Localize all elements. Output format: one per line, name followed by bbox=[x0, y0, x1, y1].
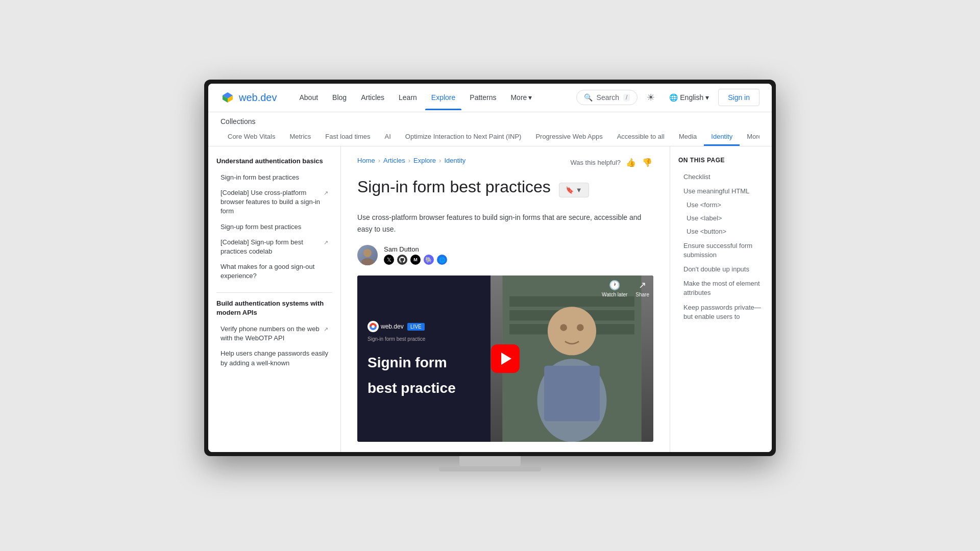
tab-accessible[interactable]: Accessible to all bbox=[610, 129, 672, 146]
theme-toggle[interactable]: ☀ bbox=[642, 88, 660, 107]
author-social-github[interactable] bbox=[397, 255, 407, 265]
author-social-x[interactable]: 𝕏 bbox=[384, 255, 394, 265]
breadcrumb-sep-3: › bbox=[439, 157, 441, 164]
author-social-medium[interactable]: M bbox=[410, 255, 421, 265]
toc-use-label[interactable]: Use <label> bbox=[678, 212, 764, 225]
toc-no-double-inputs[interactable]: Don't double up inputs bbox=[678, 262, 764, 277]
search-shortcut: / bbox=[623, 94, 630, 101]
nav-more[interactable]: More ▾ bbox=[504, 89, 538, 106]
breadcrumb-sep: › bbox=[378, 157, 380, 164]
language-selector[interactable]: 🌐 English ▾ bbox=[664, 90, 714, 105]
tab-inp[interactable]: Optimize Interaction to Next Paint (INP) bbox=[398, 129, 529, 146]
sidebar-divider bbox=[216, 292, 332, 293]
chevron-down-icon: ▾ bbox=[528, 93, 532, 102]
breadcrumb-home[interactable]: Home bbox=[357, 157, 375, 164]
sidebar-item-signup-form[interactable]: Sign-up form best practices bbox=[216, 219, 332, 235]
sidebar-section-auth-systems: Build authentication systems with modern… bbox=[216, 299, 332, 371]
main-content: Understand authentication basics Sign-in… bbox=[208, 146, 772, 453]
breadcrumb-articles[interactable]: Articles bbox=[383, 157, 405, 164]
tab-ai[interactable]: AI bbox=[378, 129, 398, 146]
bookmark-icon: 🔖 bbox=[566, 186, 574, 194]
tab-metrics[interactable]: Metrics bbox=[282, 129, 318, 146]
svg-rect-7 bbox=[509, 296, 634, 307]
svg-point-14 bbox=[577, 324, 584, 331]
video-title-line1: Signin form bbox=[368, 354, 447, 371]
search-box[interactable]: 🔍 Search / bbox=[576, 90, 638, 105]
logo[interactable]: web.dev bbox=[220, 90, 277, 105]
svg-rect-12 bbox=[544, 366, 600, 421]
watch-later-icon: 🕐 bbox=[609, 280, 620, 291]
nav-about[interactable]: About bbox=[293, 89, 325, 106]
top-navigation: web.dev About Blog Articles Learn Explor… bbox=[208, 84, 772, 112]
play-button[interactable] bbox=[491, 344, 520, 373]
nav-explore[interactable]: Explore bbox=[425, 89, 461, 106]
monitor-base bbox=[439, 466, 541, 471]
sidebar-item-webotp[interactable]: Verify phone numbers on the web with the… bbox=[216, 321, 332, 346]
globe-icon: 🌐 bbox=[669, 93, 678, 102]
nav-learn[interactable]: Learn bbox=[393, 89, 423, 106]
video-live-badge: LIVE bbox=[407, 323, 425, 331]
thumbs-down-button[interactable]: 👎 bbox=[641, 157, 653, 168]
sidebar-item-signin-form[interactable]: Sign-in form best practices bbox=[216, 170, 332, 185]
sidebar-item-signout[interactable]: What makes for a good sign-out experienc… bbox=[216, 259, 332, 284]
sidebar-section-title-2: Build authentication systems with modern… bbox=[216, 299, 332, 317]
author-name: Sam Dutton bbox=[384, 245, 447, 253]
author-avatar bbox=[357, 245, 378, 265]
nav-patterns[interactable]: Patterns bbox=[463, 89, 502, 106]
nav-blog[interactable]: Blog bbox=[326, 89, 353, 106]
article-content: Home › Articles › Explore › Identity Was… bbox=[341, 146, 670, 453]
toc-element-attributes[interactable]: Make the most of element attributes bbox=[678, 277, 764, 300]
breadcrumb-identity[interactable]: Identity bbox=[444, 157, 465, 164]
toc-keep-passwords[interactable]: Keep passwords private—but enable users … bbox=[678, 300, 764, 324]
video-container[interactable]: web.dev LIVE Sign-in form best practice … bbox=[357, 276, 653, 442]
share-icon: ↗ bbox=[639, 280, 646, 291]
collections-bar: Collections Core Web Vitals Metrics Fast… bbox=[208, 112, 772, 146]
nav-right: 🔍 Search / ☀ 🌐 English ▾ Sign in bbox=[576, 88, 760, 107]
collections-title: Collections bbox=[220, 112, 760, 129]
video-brand-text: web.dev LIVE bbox=[381, 323, 425, 330]
tab-pwa[interactable]: Progressive Web Apps bbox=[528, 129, 609, 146]
play-triangle-icon bbox=[501, 353, 511, 365]
video-left-panel: web.dev LIVE Sign-in form best practice … bbox=[357, 276, 491, 442]
left-sidebar: Understand authentication basics Sign-in… bbox=[208, 146, 341, 453]
tab-more[interactable]: More ▾ bbox=[740, 129, 760, 146]
video-controls: 🕐 Watch later ↗ Share bbox=[602, 280, 649, 297]
breadcrumb-sep-2: › bbox=[408, 157, 410, 164]
video-title-line2: best practice bbox=[368, 380, 456, 397]
table-of-contents: On this page Checklist Use meaningful HT… bbox=[670, 146, 772, 453]
helpful-bar: Was this helpful? 👍 👎 bbox=[570, 157, 653, 168]
breadcrumb-explore[interactable]: Explore bbox=[413, 157, 436, 164]
svg-point-4 bbox=[372, 325, 375, 328]
tab-fast-load-times[interactable]: Fast load times bbox=[318, 129, 377, 146]
tab-media[interactable]: Media bbox=[672, 129, 704, 146]
nav-articles[interactable]: Articles bbox=[355, 89, 390, 106]
page-title: Sign-in form best practices bbox=[357, 177, 551, 198]
external-link-icon: ↗ bbox=[324, 189, 328, 197]
sidebar-item-codelab-cross-platform[interactable]: [Codelab] Use cross-platform browser fea… bbox=[216, 185, 332, 219]
thumbs-up-button[interactable]: 👍 bbox=[625, 157, 637, 168]
author-social-web[interactable]: 🌐 bbox=[437, 255, 447, 265]
signin-button[interactable]: Sign in bbox=[718, 89, 760, 106]
bookmark-button[interactable]: 🔖 ▼ bbox=[559, 183, 589, 197]
toc-ensure-submission[interactable]: Ensure successful form submission bbox=[678, 239, 764, 262]
breadcrumb: Home › Articles › Explore › Identity bbox=[357, 157, 465, 164]
svg-point-0 bbox=[363, 249, 372, 257]
sidebar-section-auth-basics: Understand authentication basics Sign-in… bbox=[216, 157, 332, 284]
tab-identity[interactable]: Identity bbox=[704, 129, 740, 146]
sidebar-item-codelab-signup[interactable]: [Codelab] Sign-up form best practices co… bbox=[216, 235, 332, 259]
page-description: Use cross-platform browser features to b… bbox=[357, 212, 653, 235]
watch-later-button[interactable]: 🕐 Watch later bbox=[602, 280, 627, 297]
author-social-mastodon[interactable]: 🐘 bbox=[424, 255, 434, 265]
sidebar-item-change-passwords[interactable]: Help users change passwords easily by ad… bbox=[216, 346, 332, 370]
svg-point-10 bbox=[548, 307, 596, 355]
author-social: 𝕏 M 🐘 🌐 bbox=[384, 255, 447, 265]
tab-core-web-vitals[interactable]: Core Web Vitals bbox=[220, 129, 282, 146]
toc-meaningful-html[interactable]: Use meaningful HTML bbox=[678, 184, 764, 198]
monitor-stand bbox=[459, 456, 521, 466]
collections-tabs: Core Web Vitals Metrics Fast load times … bbox=[220, 129, 760, 146]
video-sublabel: Sign-in form best practice bbox=[368, 336, 425, 342]
toc-checklist[interactable]: Checklist bbox=[678, 170, 764, 184]
share-button[interactable]: ↗ Share bbox=[635, 280, 649, 297]
toc-use-form[interactable]: Use <form> bbox=[678, 198, 764, 212]
toc-use-button[interactable]: Use <button> bbox=[678, 225, 764, 238]
